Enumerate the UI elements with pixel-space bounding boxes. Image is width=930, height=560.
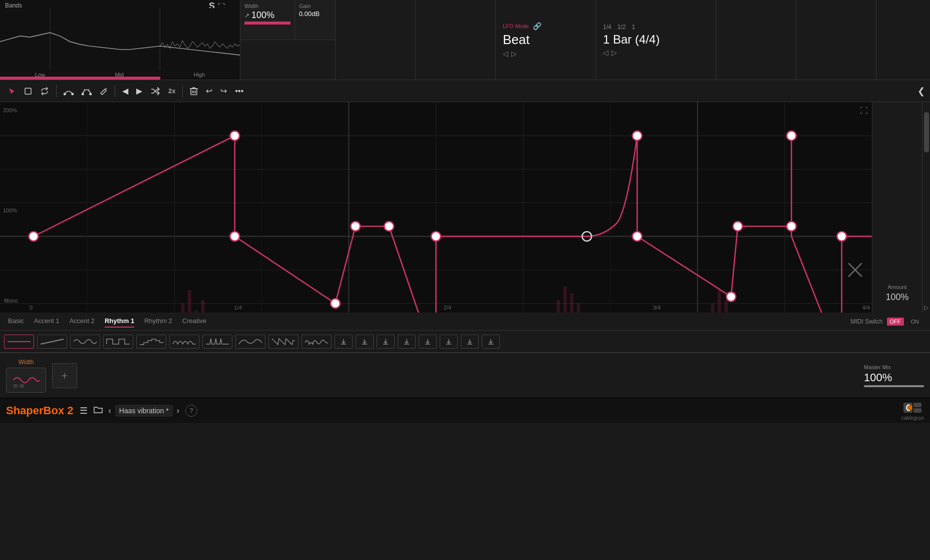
length-frac-one[interactable]: 1 [632,24,635,31]
waveform-preset-zigzag[interactable] [235,335,265,349]
waveform-preset-wavy1[interactable] [70,335,100,349]
bands-labels: Low Mid High [0,72,240,78]
waveform-preset-stepped[interactable] [136,335,166,349]
preset-tabs: Basic Accent 1 Accent 2 Rhythm 1 Rhythm … [0,313,930,331]
hamburger-menu-btn[interactable]: ☰ [80,405,88,416]
width-value: 100% [251,10,274,21]
prev-btn[interactable]: ◀ [119,84,131,98]
multiplier-btn[interactable]: 2x [165,85,178,97]
width-module-icon-box[interactable]: (((~))) [6,368,46,393]
length-frac-half[interactable]: 1/2 [617,24,626,31]
x-label-2-4: 2/4 [444,305,451,311]
envelope-editor: 200% 100% Mono 0 1/4 2/4 3/4 4/4 ⛶ Amoun… [0,102,930,313]
tab-creative[interactable]: Creative [182,315,206,328]
canvas-expand-btn[interactable]: ⛶ [860,106,868,115]
delete-btn[interactable] [187,85,201,98]
svg-rect-0 [0,8,240,70]
tab-rhythm1[interactable]: Rhythm 1 [105,315,134,328]
waveform-preset-bumpy[interactable] [169,335,199,349]
cableguys-logo: cableguys [901,400,924,421]
svg-point-154 [733,221,743,231]
svg-point-153 [726,292,736,302]
waveform-preset-flat[interactable] [4,335,34,349]
app-logo: ShaperBox 2 [6,404,74,417]
waveform-presets-bar [0,331,930,353]
lfo-next-btn[interactable]: ▷ [511,50,517,58]
midi-switch-on-btn[interactable]: ON [908,318,922,326]
download-btn-4[interactable] [398,335,416,349]
length-value: 1 Bar (4/4) [603,33,709,47]
download-btn-6[interactable] [440,335,458,349]
env-scrollbar[interactable]: ▷ [922,102,930,313]
length-prev-btn[interactable]: ◁ [603,49,608,57]
midi-switch-area: MIDI Switch OFF ON [850,318,922,326]
tab-basic[interactable]: Basic [8,315,24,328]
next-btn[interactable]: ▶ [133,84,145,98]
waveform-preset-ramp[interactable] [37,335,67,349]
redo-btn[interactable]: ↪ [217,84,230,98]
length-frac-quarter[interactable]: 1/4 [603,24,611,31]
help-button[interactable]: ? [185,405,197,417]
amount-label: Amount [888,284,907,290]
midi-switch-off-btn[interactable]: OFF [887,318,904,326]
preset-prev-btn[interactable]: ‹ [109,406,111,415]
toolbar-sep-2 [115,85,115,97]
lfo-mode-section: LFO Mode 🔗 Beat ◁ ▷ [496,0,596,80]
scroll-track [922,102,930,303]
more-btn[interactable]: ••• [232,85,246,98]
waveform-preset-falling[interactable] [268,335,298,349]
lfo-mode-nav: ◁ ▷ [503,50,588,58]
download-btn-1[interactable] [335,335,353,349]
curve2-tool-btn[interactable] [79,85,95,97]
gain-label: Gain [299,3,331,9]
preset-next-btn[interactable]: › [177,406,179,415]
download-btn-5[interactable] [419,335,437,349]
download-btn-8[interactable] [482,335,500,349]
select-tool-btn[interactable] [21,85,35,97]
amount-value: 100% [885,292,908,303]
tab-rhythm2[interactable]: Rhythm 2 [144,315,172,328]
bands-graph [0,8,240,70]
envelope-canvas[interactable]: 200% 100% Mono 0 1/4 2/4 3/4 4/4 ⛶ [0,102,872,313]
undo-btn[interactable]: ↩ [203,84,215,98]
cursor-tool-btn[interactable] [5,85,19,97]
waveform-preset-square[interactable] [103,335,133,349]
scroll-thumb[interactable] [924,112,929,152]
pencil-tool-btn[interactable] [97,85,111,97]
lfo-mode-header: LFO Mode 🔗 [503,22,588,30]
width-module-label: Width [19,359,34,366]
waveform-preset-spike[interactable] [202,335,232,349]
shuffle-btn[interactable] [147,85,163,97]
svg-rect-3 [25,88,31,94]
waveform-preset-complex[interactable] [301,335,332,349]
add-module-button[interactable]: + [52,363,77,388]
scroll-arrow-down[interactable]: ▷ [922,303,930,313]
download-btn-2[interactable] [356,335,374,349]
empty-box-4 [796,0,876,80]
svg-point-147 [384,221,394,231]
env-right-panel: Amount 100% [872,102,922,313]
curve1-tool-btn[interactable] [61,85,77,97]
loop-tool-btn[interactable] [37,85,52,97]
x-label-4-4: 4/4 [862,305,870,311]
svg-point-158 [837,231,846,241]
folder-btn[interactable] [94,406,103,416]
svg-rect-166 [913,408,921,413]
download-btn-7[interactable] [461,335,479,349]
download-btn-3[interactable] [377,335,395,349]
tab-accent2[interactable]: Accent 2 [69,315,95,328]
x-label-1-4: 1/4 [234,305,242,311]
lfo-link-icon[interactable]: 🔗 [533,22,541,30]
tab-accent1[interactable]: Accent 1 [34,315,60,328]
lfo-prev-btn[interactable]: ◁ [503,50,508,58]
toolbar-sep-3 [182,85,183,97]
length-next-btn[interactable]: ▷ [611,49,617,57]
band-label-low: Low [35,72,45,78]
collapse-envelope-btn[interactable]: ❮ [917,86,925,97]
preset-name[interactable]: Haas vibration * [115,405,173,417]
env-x-labels: 0 1/4 2/4 3/4 4/4 [28,305,872,311]
svg-point-152 [633,231,642,241]
empty-box-3 [716,0,796,80]
svg-text:(((~))): (((~))) [14,383,24,388]
svg-point-5 [72,93,74,95]
